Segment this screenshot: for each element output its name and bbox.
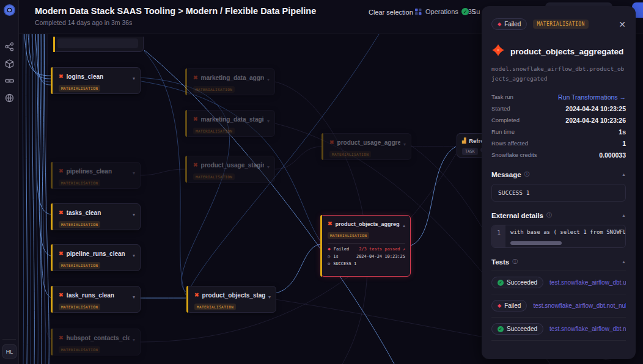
failed-diamond-icon: ◆ xyxy=(328,246,331,252)
node-name: pipelines_clean xyxy=(67,168,130,175)
chevron-down-icon[interactable]: ▾ xyxy=(267,77,270,82)
node-accent-bar xyxy=(51,67,53,94)
node-name: pipeline_runs_clean xyxy=(67,250,130,257)
message-heading: Message xyxy=(491,171,521,178)
run-status-text: Completed 14 days ago in 3m 36s xyxy=(35,19,132,26)
field-label: Run time xyxy=(491,128,515,135)
dbt-icon: ✖ xyxy=(59,335,64,341)
close-icon[interactable]: ✕ xyxy=(619,20,626,29)
operations-label: Operations xyxy=(425,8,458,15)
test-row: ✓Succeeded test.snowflake_airflow_dbt.un… xyxy=(491,271,626,294)
message-box: SUCCESS 1 xyxy=(491,184,626,202)
node-product-objects-staging[interactable]: ✖ product_objects_staging ▾ MATERIALISAT… xyxy=(186,286,276,313)
cube-icon[interactable] xyxy=(4,59,15,69)
succeeded-badge: ✓Succeeded xyxy=(491,277,543,288)
dbt-icon: ✖ xyxy=(59,293,64,298)
field-value: 2024-04-24 10:23:25 xyxy=(565,105,626,112)
check-circle-icon: ✓ xyxy=(498,326,504,332)
task-run-link[interactable]: Run Transformations → xyxy=(558,93,626,101)
node-logins-clean[interactable]: ✖ logins_clean ▾ MATERIALISATION xyxy=(51,67,141,94)
collapse-icon[interactable]: ▲ xyxy=(622,172,626,177)
globe-icon[interactable] xyxy=(4,93,15,103)
node-task-runs-clean[interactable]: ✖ task_runs_clean ▾ MATERIALISATION xyxy=(51,286,141,313)
chevron-up-icon[interactable]: ▴ xyxy=(403,223,405,228)
node-accent-bar xyxy=(53,37,55,52)
code-block: 1 with base as ( select 1 from SNOWFLAKE xyxy=(491,225,626,248)
dbt-icon: ✖ xyxy=(194,293,199,298)
chevron-down-icon[interactable]: ▾ xyxy=(133,76,135,81)
node-accent-bar xyxy=(322,133,323,160)
node-status: Failed xyxy=(334,247,349,252)
pipelines-icon[interactable] xyxy=(4,42,15,52)
materialisation-badge: MATERIALISATION xyxy=(59,180,100,186)
node-accent-bar xyxy=(51,203,53,230)
panel-title: product_objects_aggregated xyxy=(510,47,623,56)
failed-diamond-icon: ◆ xyxy=(498,303,501,308)
link-icon[interactable] xyxy=(4,76,15,86)
chevron-down-icon[interactable]: ▾ xyxy=(133,170,135,176)
collapse-icon[interactable]: ▲ xyxy=(622,260,626,264)
node-name: marketing_data_aggregated xyxy=(201,75,264,81)
powerbi-icon: ▟ xyxy=(462,138,466,144)
node-hubspot-contacts-clean[interactable]: ✖ hubspot_contacts_clean ▾ MATERIALISATI… xyxy=(51,329,141,355)
node-partial-top[interactable] xyxy=(53,37,144,52)
succeeded-counter[interactable]: ✓ Su xyxy=(461,8,480,15)
node-name: product_objects_aggregated xyxy=(336,221,400,227)
node-product-usage-aggregated[interactable]: ✖ product_usage_aggregated ▾ MATERIALISA… xyxy=(322,133,411,160)
field-value: 1 xyxy=(622,140,626,147)
chevron-down-icon[interactable]: ▾ xyxy=(133,294,135,300)
chevron-down-icon[interactable]: ▾ xyxy=(267,118,270,124)
test-link[interactable]: test.snowflake_airflow_dbt.not_null_pr xyxy=(533,302,626,309)
succeeded-label: Su xyxy=(472,8,480,15)
materialisation-badge: MATERIALISATION xyxy=(193,128,235,134)
code-content[interactable]: with base as ( select 1 from SNOWFLAKE xyxy=(505,225,625,247)
sidebar: HL xyxy=(0,0,19,364)
chevron-down-icon[interactable]: ▾ xyxy=(133,337,135,343)
node-marketing-data-staging[interactable]: ✖ marketing_data_staging ▾ MATERIALISATI… xyxy=(185,110,275,137)
tests-heading: Tests xyxy=(491,258,509,266)
divider xyxy=(2,339,16,340)
node-accent-bar xyxy=(51,329,53,355)
info-icon: ⓘ xyxy=(546,211,552,219)
tests-summary-link[interactable]: 2/3 tests passed ↗ xyxy=(359,247,405,252)
dbt-icon: ✖ xyxy=(193,75,198,81)
node-marketing-data-aggregated[interactable]: ✖ marketing_data_aggregated ▾ MATERIALIS… xyxy=(185,68,275,95)
node-pipeline-runs-clean[interactable]: ✖ pipeline_runs_clean ▾ MATERIALISATION xyxy=(51,244,141,271)
node-product-usage-staging[interactable]: ✖ product_usage_staging ▾ MATERIALISATIO… xyxy=(185,156,275,183)
materialisation-badge: MATERIALISATION xyxy=(193,173,235,180)
node-name: marketing_data_staging xyxy=(201,116,264,123)
test-link[interactable]: test.snowflake_airflow_dbt.unique_pro xyxy=(549,279,626,286)
node-timestamp: 2024-04-24 10:23:25 xyxy=(356,254,405,259)
node-name: product_usage_aggregated xyxy=(337,139,400,146)
materialisation-badge: MATERIALISATION xyxy=(193,86,235,93)
materialisation-badge: MATERIALISATION xyxy=(533,20,588,29)
dbt-icon: ✖ xyxy=(59,251,64,257)
gear-icon: ⚙ xyxy=(328,261,330,266)
collapse-icon[interactable]: ▲ xyxy=(622,213,626,217)
chevron-down-icon[interactable]: ▾ xyxy=(403,142,406,147)
clear-selection-button[interactable]: Clear selection xyxy=(369,9,413,16)
app-logo-icon[interactable] xyxy=(4,4,15,16)
user-avatar[interactable]: HL xyxy=(2,344,17,359)
node-name: tasks_clean xyxy=(67,209,130,216)
failed-badge: ◆Failed xyxy=(491,300,527,311)
chevron-down-icon[interactable]: ▾ xyxy=(133,253,135,258)
chevron-down-icon[interactable]: ▾ xyxy=(133,212,135,217)
node-tasks-clean[interactable]: ✖ tasks_clean ▾ MATERIALISATION xyxy=(51,203,141,230)
horizontal-scrollbar[interactable] xyxy=(510,241,562,245)
materialisation-badge: MATERIALISATION xyxy=(194,304,236,310)
dbt-logo-icon xyxy=(491,43,505,59)
dbt-icon: ✖ xyxy=(59,74,64,79)
dbt-icon: ✖ xyxy=(193,117,198,122)
node-pipelines-clean[interactable]: ✖ pipelines_clean ▾ MATERIALISATION xyxy=(51,162,141,189)
chevron-down-icon[interactable]: ▾ xyxy=(268,294,271,300)
chevron-down-icon[interactable]: ▾ xyxy=(267,164,270,170)
materialisation-badge: MATERIALISATION xyxy=(59,221,100,228)
node-product-objects-aggregated-selected[interactable]: ✖ product_objects_aggregated ▴ MATERIALI… xyxy=(320,215,411,277)
node-name: hubspot_contacts_clean xyxy=(67,335,130,341)
panel-subtitle: model.snowflake_airflow_dbt.product_obje… xyxy=(491,64,626,84)
node-accent-bar xyxy=(51,286,53,313)
materialisation-badge: MATERIALISATION xyxy=(59,304,100,310)
test-row: ✓Succeeded test.snowflake_airflow_dbt.no… xyxy=(491,318,626,341)
test-link[interactable]: test.snowflake_airflow_dbt.not_null_pr xyxy=(549,326,626,332)
